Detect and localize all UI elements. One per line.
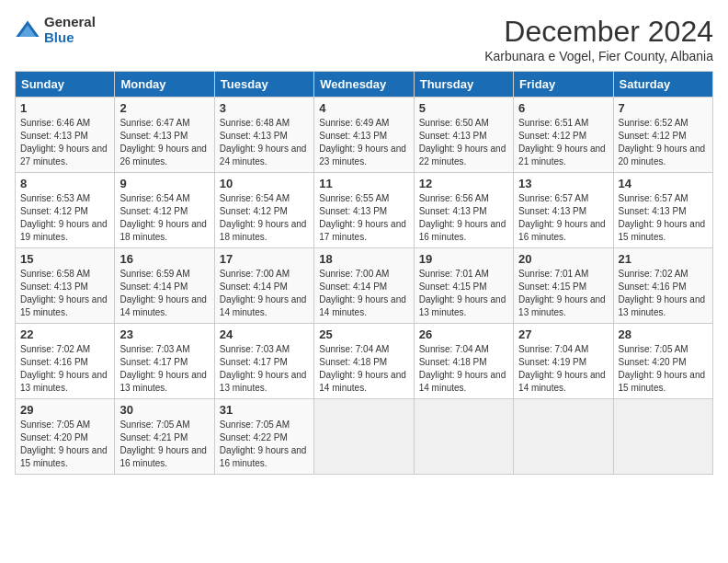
calendar-cell: 28 Sunrise: 7:05 AMSunset: 4:20 PMDaylig… [613,324,712,399]
cell-info: Sunrise: 7:03 AMSunset: 4:17 PMDaylight:… [220,344,307,393]
calendar: SundayMondayTuesdayWednesdayThursdayFrid… [15,71,713,475]
logo-blue-text: Blue [44,30,96,46]
logo: General Blue [15,15,96,45]
cell-day-number: 31 [220,403,309,417]
calendar-week-row: 22 Sunrise: 7:02 AMSunset: 4:16 PMDaylig… [16,324,713,399]
cell-day-number: 22 [20,327,109,341]
day-header-saturday: Saturday [613,72,712,98]
calendar-cell [414,399,513,475]
cell-info: Sunrise: 7:02 AMSunset: 4:16 PMDaylight:… [619,269,706,317]
logo-text: General Blue [44,15,96,45]
calendar-cell: 27 Sunrise: 7:04 AMSunset: 4:19 PMDaylig… [514,324,613,399]
calendar-cell: 17 Sunrise: 7:00 AMSunset: 4:14 PMDaylig… [214,248,313,324]
calendar-week-row: 29 Sunrise: 7:05 AMSunset: 4:20 PMDaylig… [16,399,713,475]
header: General Blue December 2024 Karbunara e V… [15,15,713,63]
day-header-friday: Friday [514,72,613,98]
cell-info: Sunrise: 7:01 AMSunset: 4:15 PMDaylight:… [419,269,506,317]
calendar-cell: 26 Sunrise: 7:04 AMSunset: 4:18 PMDaylig… [414,324,513,399]
calendar-cell [613,399,712,475]
cell-info: Sunrise: 6:48 AMSunset: 4:13 PMDaylight:… [220,118,307,167]
cell-info: Sunrise: 6:50 AMSunset: 4:13 PMDaylight:… [419,118,506,167]
calendar-cell: 31 Sunrise: 7:05 AMSunset: 4:22 PMDaylig… [214,399,313,475]
calendar-cell: 13 Sunrise: 6:57 AMSunset: 4:13 PMDaylig… [514,173,613,248]
calendar-cell: 9 Sunrise: 6:54 AMSunset: 4:12 PMDayligh… [115,173,214,248]
day-header-tuesday: Tuesday [214,72,313,98]
cell-info: Sunrise: 7:02 AMSunset: 4:16 PMDaylight:… [20,344,108,393]
cell-info: Sunrise: 6:55 AMSunset: 4:13 PMDaylight:… [319,193,406,242]
day-header-monday: Monday [115,72,214,98]
calendar-cell: 21 Sunrise: 7:02 AMSunset: 4:16 PMDaylig… [613,248,712,324]
calendar-cell: 6 Sunrise: 6:51 AMSunset: 4:12 PMDayligh… [514,98,613,173]
cell-info: Sunrise: 6:59 AMSunset: 4:14 PMDaylight:… [119,269,207,317]
calendar-header-row: SundayMondayTuesdayWednesdayThursdayFrid… [16,72,713,98]
calendar-cell: 30 Sunrise: 7:05 AMSunset: 4:21 PMDaylig… [115,399,214,475]
day-header-sunday: Sunday [16,72,115,98]
cell-day-number: 6 [518,101,608,115]
cell-info: Sunrise: 7:00 AMSunset: 4:14 PMDaylight:… [220,269,307,317]
calendar-cell: 19 Sunrise: 7:01 AMSunset: 4:15 PMDaylig… [414,248,513,324]
calendar-cell: 22 Sunrise: 7:02 AMSunset: 4:16 PMDaylig… [16,324,115,399]
cell-day-number: 24 [220,327,309,341]
cell-day-number: 5 [419,101,508,115]
cell-info: Sunrise: 6:58 AMSunset: 4:13 PMDaylight:… [20,269,108,317]
logo-general-text: General [44,15,96,30]
cell-day-number: 10 [220,177,309,190]
cell-day-number: 21 [619,252,708,266]
calendar-cell: 25 Sunrise: 7:04 AMSunset: 4:18 PMDaylig… [314,324,414,399]
cell-day-number: 1 [20,101,109,115]
cell-info: Sunrise: 6:53 AMSunset: 4:12 PMDaylight:… [20,193,108,242]
cell-day-number: 30 [119,403,209,417]
cell-info: Sunrise: 6:57 AMSunset: 4:13 PMDaylight:… [518,193,606,242]
cell-day-number: 16 [119,252,209,266]
subtitle: Karbunara e Vogel, Fier County, Albania [484,49,713,63]
cell-info: Sunrise: 6:51 AMSunset: 4:12 PMDaylight:… [518,118,606,167]
cell-day-number: 17 [220,252,309,266]
logo-icon [15,17,40,43]
cell-day-number: 9 [119,177,209,190]
calendar-cell: 10 Sunrise: 6:54 AMSunset: 4:12 PMDaylig… [214,173,313,248]
calendar-cell: 20 Sunrise: 7:01 AMSunset: 4:15 PMDaylig… [514,248,613,324]
cell-day-number: 25 [319,327,408,341]
cell-day-number: 27 [518,327,608,341]
calendar-cell: 3 Sunrise: 6:48 AMSunset: 4:13 PMDayligh… [214,98,313,173]
calendar-cell: 23 Sunrise: 7:03 AMSunset: 4:17 PMDaylig… [115,324,214,399]
calendar-cell: 12 Sunrise: 6:56 AMSunset: 4:13 PMDaylig… [414,173,513,248]
cell-info: Sunrise: 7:04 AMSunset: 4:18 PMDaylight:… [319,344,406,393]
cell-info: Sunrise: 7:05 AMSunset: 4:20 PMDaylight:… [20,419,108,468]
cell-day-number: 13 [518,177,608,190]
cell-day-number: 8 [20,177,109,190]
cell-day-number: 23 [119,327,209,341]
cell-info: Sunrise: 7:01 AMSunset: 4:15 PMDaylight:… [518,269,606,317]
cell-day-number: 12 [419,177,508,190]
cell-info: Sunrise: 6:54 AMSunset: 4:12 PMDaylight:… [220,193,307,242]
calendar-cell: 18 Sunrise: 7:00 AMSunset: 4:14 PMDaylig… [314,248,414,324]
cell-info: Sunrise: 7:00 AMSunset: 4:14 PMDaylight:… [319,269,406,317]
cell-info: Sunrise: 6:54 AMSunset: 4:12 PMDaylight:… [119,193,207,242]
cell-day-number: 2 [119,101,209,115]
calendar-cell: 2 Sunrise: 6:47 AMSunset: 4:13 PMDayligh… [115,98,214,173]
cell-info: Sunrise: 7:05 AMSunset: 4:21 PMDaylight:… [119,419,207,468]
title-block: December 2024 Karbunara e Vogel, Fier Co… [484,15,713,63]
calendar-cell [314,399,414,475]
calendar-cell: 4 Sunrise: 6:49 AMSunset: 4:13 PMDayligh… [314,98,414,173]
cell-info: Sunrise: 6:57 AMSunset: 4:13 PMDaylight:… [619,193,706,242]
calendar-cell: 14 Sunrise: 6:57 AMSunset: 4:13 PMDaylig… [613,173,712,248]
calendar-cell: 7 Sunrise: 6:52 AMSunset: 4:12 PMDayligh… [613,98,712,173]
calendar-cell: 8 Sunrise: 6:53 AMSunset: 4:12 PMDayligh… [16,173,115,248]
cell-day-number: 29 [20,403,109,417]
cell-day-number: 26 [419,327,508,341]
calendar-week-row: 15 Sunrise: 6:58 AMSunset: 4:13 PMDaylig… [16,248,713,324]
calendar-week-row: 8 Sunrise: 6:53 AMSunset: 4:12 PMDayligh… [16,173,713,248]
main-title: December 2024 [484,15,713,49]
cell-info: Sunrise: 6:47 AMSunset: 4:13 PMDaylight:… [119,118,207,167]
cell-info: Sunrise: 7:05 AMSunset: 4:22 PMDaylight:… [220,419,307,468]
calendar-cell: 24 Sunrise: 7:03 AMSunset: 4:17 PMDaylig… [214,324,313,399]
calendar-cell: 11 Sunrise: 6:55 AMSunset: 4:13 PMDaylig… [314,173,414,248]
cell-day-number: 3 [220,101,309,115]
cell-info: Sunrise: 6:52 AMSunset: 4:12 PMDaylight:… [619,118,706,167]
cell-info: Sunrise: 7:03 AMSunset: 4:17 PMDaylight:… [119,344,207,393]
calendar-cell: 15 Sunrise: 6:58 AMSunset: 4:13 PMDaylig… [16,248,115,324]
cell-day-number: 18 [319,252,408,266]
cell-day-number: 15 [20,252,109,266]
cell-day-number: 20 [518,252,608,266]
